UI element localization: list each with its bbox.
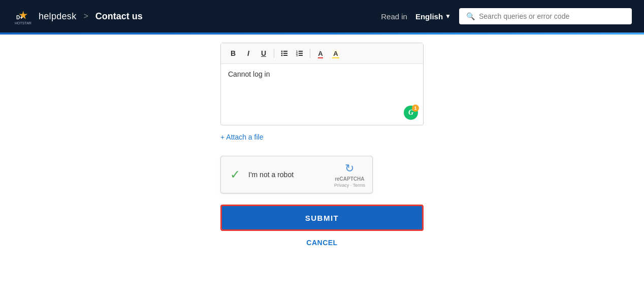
cancel-wrapper: CANCEL: [220, 238, 424, 247]
form-container: B I U 1.: [144, 35, 500, 302]
recaptcha-wrapper: ✓ I'm not a robot ↻ reCAPTCHA Privacy · …: [220, 156, 424, 193]
chevron-down-icon: ▼: [445, 13, 451, 20]
ordered-list-icon: 1. 2. 3.: [296, 50, 303, 57]
language-selector[interactable]: English ▼: [415, 12, 451, 21]
recaptcha-links: Privacy · Terms: [334, 183, 365, 188]
recaptcha-box[interactable]: ✓ I'm not a robot ↻ reCAPTCHA Privacy · …: [220, 156, 373, 193]
editor-toolbar: B I U 1.: [221, 43, 423, 64]
svg-text:3.: 3.: [296, 54, 299, 57]
svg-text:D+: D+: [16, 15, 23, 20]
attach-file-row: + Attach a file: [220, 132, 424, 142]
recaptcha-brand: reCAPTCHA: [335, 176, 364, 182]
svg-rect-7: [283, 53, 287, 54]
font-color-icon: A: [318, 50, 323, 57]
main-content: B I U 1.: [0, 35, 644, 302]
svg-point-4: [281, 51, 283, 52]
highlight-icon: A: [332, 50, 339, 57]
search-input[interactable]: [479, 12, 625, 20]
toolbar-separator-1: [274, 49, 274, 58]
underline-button[interactable]: U: [256, 46, 271, 60]
font-color-button[interactable]: A: [313, 46, 328, 60]
highlight-button[interactable]: A: [329, 46, 343, 60]
language-text: English: [415, 12, 443, 21]
submit-wrapper: SUBMIT: [220, 205, 424, 231]
attach-file-link[interactable]: + Attach a file: [220, 133, 263, 141]
svg-rect-9: [283, 55, 287, 56]
recaptcha-logo: ↻ reCAPTCHA Privacy · Terms: [334, 162, 365, 188]
svg-point-6: [281, 53, 283, 54]
search-icon: 🔍: [466, 12, 475, 20]
recaptcha-checkmark-icon: ✓: [228, 167, 242, 182]
grammarly-notification-count: 1: [412, 105, 419, 112]
breadcrumb-separator: >: [83, 12, 88, 21]
navbar-left: D+ HOTSTAR helpdesk > Contact us: [12, 5, 381, 27]
read-in-label: Read in: [381, 12, 407, 21]
bullet-list-button[interactable]: [277, 46, 292, 60]
italic-button[interactable]: I: [241, 46, 255, 60]
grammarly-badge[interactable]: G 1: [404, 106, 418, 120]
logo-area[interactable]: D+ HOTSTAR: [12, 5, 35, 27]
svg-rect-13: [299, 53, 303, 54]
svg-rect-11: [299, 51, 303, 52]
svg-rect-5: [283, 51, 287, 52]
svg-text:HOTSTAR: HOTSTAR: [15, 21, 31, 25]
recaptcha-label: I'm not a robot: [248, 171, 328, 179]
bullet-list-icon: [281, 50, 288, 57]
bold-button[interactable]: B: [226, 46, 240, 60]
cancel-link[interactable]: CANCEL: [306, 239, 337, 247]
svg-rect-15: [299, 55, 303, 56]
toolbar-separator-2: [310, 49, 310, 58]
recaptcha-arrows-icon: ↻: [345, 162, 354, 175]
ordered-list-button[interactable]: 1. 2. 3.: [293, 46, 307, 60]
text-editor: B I U 1.: [220, 43, 424, 125]
helpdesk-label: helpdesk: [39, 11, 76, 22]
navbar: D+ HOTSTAR helpdesk > Contact us Read in…: [0, 0, 644, 32]
editor-body[interactable]: Cannot log in G 1: [221, 64, 423, 125]
navbar-right: Read in English ▼ 🔍: [381, 8, 632, 24]
search-bar[interactable]: 🔍: [459, 8, 632, 24]
page-title: Contact us: [95, 11, 143, 22]
hotstar-logo-icon: D+ HOTSTAR: [12, 5, 35, 27]
svg-point-8: [281, 55, 283, 56]
submit-button[interactable]: SUBMIT: [220, 205, 424, 231]
editor-content: Cannot log in: [228, 70, 270, 78]
